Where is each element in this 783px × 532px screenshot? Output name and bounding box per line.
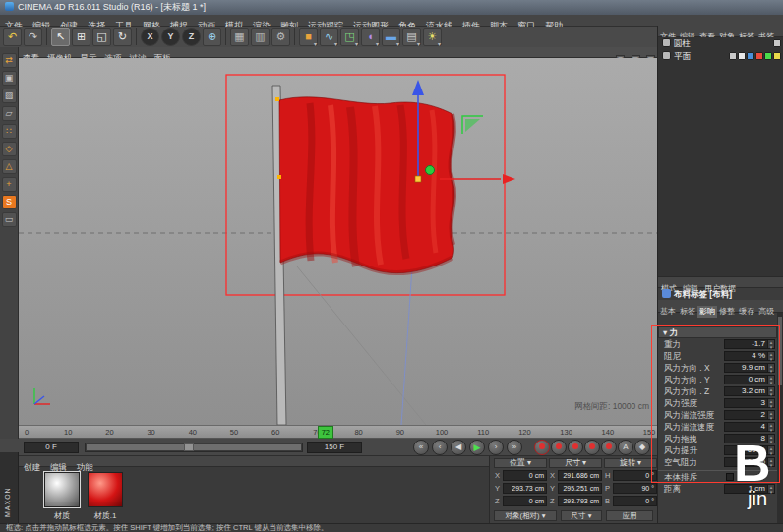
attr-value-field[interactable]: 3▴▾ [724,398,775,408]
attr-value-field[interactable]: -1.7▴▾ [724,339,775,349]
vertex-point[interactable] [277,175,281,179]
light-icon[interactable]: ☀▾ [423,28,442,46]
spinner-icon[interactable]: ▴▾ [768,351,775,361]
object-tag-icon[interactable] [773,39,781,47]
coord-value-field[interactable]: 0 ° [613,496,657,506]
attr-tab-影响[interactable]: 影响 [697,306,717,318]
material-thumb[interactable] [88,472,123,507]
record-button[interactable] [534,440,550,455]
object-tag-icon[interactable] [764,52,772,60]
spinner-icon[interactable]: ▴▾ [768,375,775,384]
attr-value-field[interactable]: 4 %▴▾ [724,351,775,361]
attr-tab-标签[interactable]: 标签 [678,306,697,318]
plane-handle-fill[interactable] [465,119,480,132]
workplane-mode-icon[interactable]: ▱ [2,106,17,121]
autokey-button[interactable]: A [618,440,633,455]
key-scale-button[interactable] [568,440,583,455]
viewport[interactable]: 网格间距: 10000 cm [19,58,657,425]
coord-system-select[interactable]: 对象(相对) ▾ [494,510,557,521]
gizmo-origin[interactable] [415,176,421,182]
coord-value-field[interactable]: 0 cm [503,470,547,481]
render-picture-viewer-icon[interactable]: ▥ [251,28,270,46]
rotate-tool-icon[interactable]: ↻ [113,28,132,46]
move-tool-icon[interactable]: ⊞ [72,28,90,46]
range-end-field[interactable]: 150 F [307,442,362,453]
x-axis-lock-button[interactable]: X [141,28,159,46]
object-tag-icon[interactable] [747,52,754,60]
timeline-ruler[interactable]: 010203040506070809010011012013014015072 [19,425,657,439]
attr-tab-修整[interactable]: 修整 [717,306,737,318]
deformer-icon[interactable]: ◖▾ [361,28,380,46]
key-rotation-button[interactable] [584,440,600,455]
spinner-icon[interactable]: ▴▾ [768,363,775,373]
spinner-icon[interactable]: ▴▾ [768,386,775,396]
primitive-cube-icon[interactable]: ■▾ [299,28,318,46]
camera-icon[interactable]: ▤▾ [402,28,421,46]
checkbox[interactable] [726,473,734,481]
play-button[interactable]: ▶ [469,440,485,455]
timeline-scrollbar[interactable] [85,443,303,452]
next-key-button[interactable]: › [488,440,504,455]
x-axis-arrowhead[interactable] [503,174,515,184]
make-editable-icon[interactable]: ⇄ [2,53,17,68]
model-mode-icon[interactable]: ▣ [2,71,17,86]
spinner-icon[interactable]: ▴▾ [768,339,775,349]
polygons-mode-icon[interactable]: △ [2,159,17,174]
live-selection-icon[interactable]: ↖ [51,28,70,46]
range-start-field[interactable]: 0 F [24,442,79,453]
scale-tool-icon[interactable]: ◱ [92,28,111,46]
object-tag-icon[interactable] [729,52,737,60]
current-frame-marker[interactable]: 72 [318,426,333,439]
key-position-button[interactable] [551,440,567,455]
object-manager-list[interactable]: 圆柱平面 [658,37,783,276]
goto-start-button[interactable]: « [413,440,429,455]
attr-value-field[interactable]: 9.9 cm▴▾ [724,363,775,373]
goto-end-button[interactable]: » [507,440,522,455]
attr-tab-缓存[interactable]: 缓存 [737,306,756,318]
coord-value-field[interactable]: 90 ° [613,483,657,494]
undo-icon[interactable]: ↶ [3,28,22,46]
z-axis-arrowhead[interactable] [412,80,424,95]
object-tag-icon[interactable] [738,52,746,60]
coord-header-dropdown[interactable]: 尺寸 ▾ [549,458,602,468]
object-row[interactable]: 平面 [658,50,783,63]
z-axis-lock-button[interactable]: Z [182,28,201,46]
environment-icon[interactable]: ▬▾ [382,28,400,46]
key-parameter-button[interactable] [601,440,617,455]
coord-value-field[interactable]: 0 cm [503,496,547,506]
spline-pen-icon[interactable]: ∿▾ [320,28,338,46]
material-menu-2[interactable]: 编辑 [45,462,72,472]
object-tag-icon[interactable] [773,52,781,60]
redo-icon[interactable]: ↷ [24,28,42,46]
prev-frame-button[interactable]: ◀ [451,440,466,455]
render-view-icon[interactable]: ▦ [230,28,249,46]
render-settings-icon[interactable]: ⚙ [271,28,290,46]
coord-value-field[interactable]: 293.73 cm [503,483,547,494]
object-row[interactable]: 圆柱 [658,37,783,50]
keyframe-selection-button[interactable]: ◆ [634,440,650,455]
material-menu-3[interactable]: 功能 [72,462,98,472]
y-axis-handle[interactable] [426,166,435,175]
coord-value-field[interactable]: 291.686 cm [558,470,602,481]
attr-tab-基本[interactable]: 基本 [658,306,678,318]
coord-value-field[interactable]: 0 ° [613,470,657,481]
attr-value-field[interactable]: 0 cm▴▾ [724,375,775,384]
lock-workplane-icon[interactable]: ▭ [2,212,17,227]
coord-system-icon[interactable]: ⊕ [203,28,221,46]
subdivision-surface-icon[interactable]: ◳▾ [340,28,359,46]
object-tag-icon[interactable] [755,52,763,60]
attr-tab-高级[interactable]: 高级 [756,306,776,318]
snap-icon[interactable]: S [2,195,17,209]
attr-value-field[interactable]: 2▴▾ [724,410,775,420]
edges-mode-icon[interactable]: ◇ [2,142,17,156]
coord-header-dropdown[interactable]: 位置 ▾ [494,458,547,468]
attr-value-field[interactable]: 3.2 cm▴▾ [724,386,775,396]
texture-mode-icon[interactable]: ▨ [2,89,17,103]
spinner-icon[interactable]: ▴▾ [768,410,775,420]
prev-key-button[interactable]: ‹ [432,440,448,455]
y-axis-lock-button[interactable]: Y [161,28,180,46]
material-menu-1[interactable]: 创建 [19,462,45,472]
enable-axis-icon[interactable]: + [2,177,17,192]
scrollbar-handle[interactable] [184,443,194,451]
spinner-icon[interactable]: ▴▾ [768,422,775,432]
